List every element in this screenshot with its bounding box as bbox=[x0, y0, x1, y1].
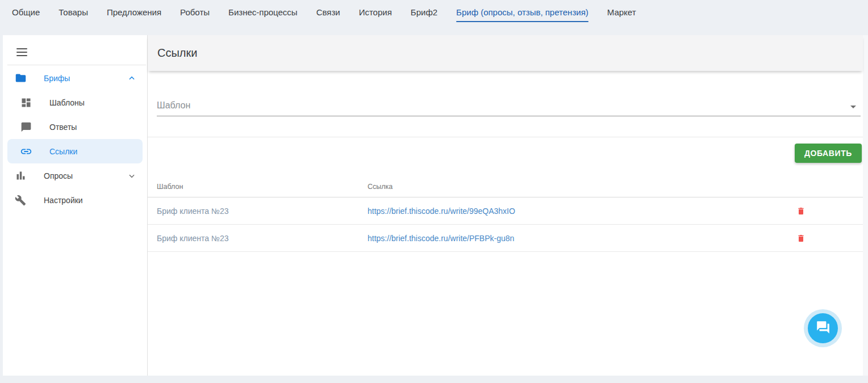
delete-link-button[interactable] bbox=[795, 232, 807, 245]
sidebar: Брифы Шаблоны Ответы bbox=[3, 35, 148, 376]
sidebar-item-nastroyki[interactable]: Настройки bbox=[3, 188, 147, 212]
column-header-template: Шаблон bbox=[148, 183, 368, 191]
sidebar-item-label: Шаблоны bbox=[49, 98, 85, 107]
tab-roboty[interactable]: Роботы bbox=[180, 7, 210, 22]
menu-toggle-button[interactable] bbox=[16, 47, 28, 58]
portal-tab-bar: Общие Товары Предложения Роботы Бизнес-п… bbox=[0, 0, 868, 35]
app-frame: Брифы Шаблоны Ответы bbox=[3, 35, 863, 376]
sidebar-item-otvety[interactable]: Ответы bbox=[3, 115, 147, 139]
add-button[interactable]: ДОБАВИТЬ bbox=[795, 144, 862, 163]
trash-icon bbox=[796, 210, 806, 218]
content-area: Ссылки Шаблон ДОБАВИТЬ Шаблон Ссылка Бри… bbox=[148, 35, 863, 376]
sidebar-item-brify[interactable]: Брифы bbox=[3, 66, 147, 90]
sidebar-item-label: Брифы bbox=[44, 74, 70, 83]
chevron-down-icon bbox=[128, 172, 136, 180]
sidebar-item-shablony[interactable]: Шаблоны bbox=[3, 90, 147, 115]
template-select[interactable]: Шаблон bbox=[157, 71, 861, 116]
wrench-icon bbox=[14, 194, 27, 207]
tab-svyazi[interactable]: Связи bbox=[316, 7, 340, 22]
chevron-up-icon bbox=[128, 74, 136, 82]
tab-market[interactable]: Маркет bbox=[607, 7, 636, 22]
tab-istoriya[interactable]: История bbox=[359, 7, 392, 22]
template-select-placeholder: Шаблон bbox=[157, 100, 190, 111]
bar-chart-icon bbox=[14, 170, 27, 182]
sidebar-item-oprosy[interactable]: Опросы bbox=[3, 163, 147, 188]
brief-link[interactable]: https://brief.thiscode.ru/write/PFBPk-gu… bbox=[368, 234, 514, 243]
scrollbar-track[interactable] bbox=[863, 35, 868, 376]
chat-fab-inner bbox=[808, 313, 838, 343]
content-body: Шаблон ДОБАВИТЬ Шаблон Ссылка Бриф клиен… bbox=[148, 71, 863, 376]
links-table: Шаблон Ссылка Бриф клиента №23 https://b… bbox=[148, 176, 863, 252]
link-icon bbox=[20, 145, 32, 158]
page-title: Ссылки bbox=[157, 47, 197, 60]
row-template-name: Бриф клиента №23 bbox=[148, 207, 368, 216]
folder-icon bbox=[14, 72, 27, 85]
chat-bubbles-icon bbox=[816, 320, 831, 337]
row-actions-cell bbox=[739, 204, 863, 218]
table-header-row: Шаблон Ссылка bbox=[148, 176, 863, 197]
tab-obshchie[interactable]: Общие bbox=[12, 7, 40, 22]
chat-fab[interactable] bbox=[804, 309, 842, 347]
chat-bubble-icon bbox=[20, 121, 32, 133]
row-link-cell: https://brief.thiscode.ru/write/PFBPk-gu… bbox=[368, 233, 739, 243]
section-divider bbox=[148, 137, 863, 137]
sidebar-item-label: Опросы bbox=[44, 171, 73, 180]
tab-brif-oprosy-active[interactable]: Бриф (опросы, отзыв, претензия) bbox=[456, 7, 589, 22]
brief-link[interactable]: https://brief.thiscode.ru/write/99eQA3hx… bbox=[368, 207, 515, 216]
tab-brif2[interactable]: Бриф2 bbox=[411, 7, 437, 22]
toolbar: ДОБАВИТЬ bbox=[148, 144, 862, 163]
row-template-name: Бриф клиента №23 bbox=[148, 234, 368, 243]
row-actions-cell bbox=[739, 232, 863, 245]
dashboard-icon bbox=[20, 96, 32, 109]
column-header-link: Ссылка bbox=[368, 183, 739, 191]
page-header: Ссылки bbox=[148, 35, 863, 71]
tab-predlozheniya[interactable]: Предложения bbox=[107, 7, 161, 22]
sidebar-item-label: Ответы bbox=[49, 123, 77, 132]
delete-link-button[interactable] bbox=[795, 204, 807, 218]
table-row: Бриф клиента №23 https://brief.thiscode.… bbox=[148, 197, 863, 225]
sidebar-item-label: Ссылки bbox=[49, 147, 77, 156]
tab-biznes-processy[interactable]: Бизнес-процессы bbox=[228, 7, 298, 22]
trash-icon bbox=[796, 237, 806, 245]
sidebar-item-ssylki[interactable]: Ссылки bbox=[7, 139, 143, 163]
row-link-cell: https://brief.thiscode.ru/write/99eQA3hx… bbox=[368, 206, 739, 216]
tab-tovary[interactable]: Товары bbox=[59, 7, 88, 22]
sidebar-menu: Брифы Шаблоны Ответы bbox=[3, 65, 147, 212]
table-row: Бриф клиента №23 https://brief.thiscode.… bbox=[148, 225, 863, 252]
dropdown-arrow-icon bbox=[850, 106, 856, 108]
sidebar-item-label: Настройки bbox=[44, 196, 83, 205]
